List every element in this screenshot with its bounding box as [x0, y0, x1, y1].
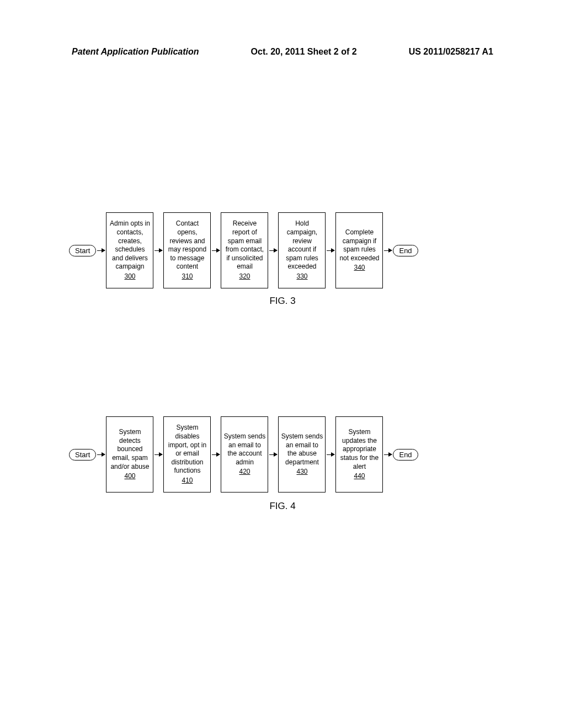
- process-box-300: Admin opts in contacts, creates, schedul…: [106, 212, 153, 288]
- arrow-icon: [327, 250, 334, 251]
- process-ref: 310: [182, 272, 193, 281]
- arrow-icon: [212, 250, 220, 251]
- process-ref: 320: [239, 272, 250, 281]
- process-box-430: System sends an email to the abuse depar…: [278, 416, 326, 493]
- arrow-icon: [97, 454, 105, 455]
- process-box-340: Complete campaign if spam rules not exce…: [335, 212, 383, 288]
- process-text: System sends an email to the abuse depar…: [281, 432, 323, 467]
- end-terminator: End: [393, 449, 418, 461]
- header-right: US 2011/0258217 A1: [409, 47, 493, 57]
- process-box-420: System sends an email to the account adm…: [221, 416, 268, 493]
- process-text: Complete campaign if spam rules not exce…: [338, 228, 380, 263]
- flowchart-fig3: Start Admin opts in contacts, creates, s…: [69, 212, 418, 288]
- process-ref: 330: [296, 272, 307, 281]
- arrow-icon: [384, 250, 392, 251]
- arrow-icon: [154, 454, 162, 455]
- process-box-400: System detects bounced email, spam and/o…: [106, 416, 153, 493]
- process-box-440: System updates the appropriate status fo…: [335, 416, 383, 493]
- arrow-icon: [327, 454, 334, 455]
- process-ref: 440: [354, 472, 365, 481]
- page-header: Patent Application Publication Oct. 20, …: [0, 47, 565, 57]
- process-ref: 400: [124, 472, 135, 481]
- process-ref: 300: [124, 272, 135, 281]
- process-ref: 340: [354, 264, 365, 272]
- process-ref: 430: [296, 468, 307, 477]
- header-left: Patent Application Publication: [72, 47, 199, 57]
- process-box-320: Receive report of spam email from contac…: [221, 212, 268, 288]
- start-terminator: Start: [69, 449, 96, 461]
- process-ref: 410: [182, 477, 193, 485]
- arrow-icon: [154, 250, 162, 251]
- process-box-310: Contact opens, reviews and may respond t…: [163, 212, 211, 288]
- process-ref: 420: [239, 468, 250, 477]
- arrow-icon: [269, 454, 277, 455]
- arrow-icon: [269, 250, 277, 251]
- process-text: Hold campaign, review account if spam ru…: [281, 220, 323, 271]
- process-text: System detects bounced email, spam and/o…: [109, 428, 151, 471]
- figure-label-3: FIG. 3: [269, 296, 295, 307]
- end-terminator: End: [393, 245, 418, 256]
- process-text: System disables import, opt in or email …: [166, 424, 208, 475]
- process-text: System sends an email to the account adm…: [223, 432, 265, 467]
- process-text: System updates the appropriate status fo…: [338, 428, 380, 471]
- process-box-410: System disables import, opt in or email …: [163, 416, 211, 493]
- process-text: Receive report of spam email from contac…: [223, 220, 265, 271]
- header-center: Oct. 20, 2011 Sheet 2 of 2: [251, 47, 357, 57]
- arrow-icon: [212, 454, 220, 455]
- figure-label-4: FIG. 4: [269, 501, 295, 512]
- start-terminator: Start: [69, 245, 96, 256]
- process-box-330: Hold campaign, review account if spam ru…: [278, 212, 326, 288]
- process-text: Admin opts in contacts, creates, schedul…: [109, 220, 151, 271]
- arrow-icon: [97, 250, 105, 251]
- arrow-icon: [384, 454, 392, 455]
- process-text: Contact opens, reviews and may respond t…: [166, 220, 208, 271]
- flowchart-fig4: Start System detects bounced email, spam…: [69, 416, 418, 493]
